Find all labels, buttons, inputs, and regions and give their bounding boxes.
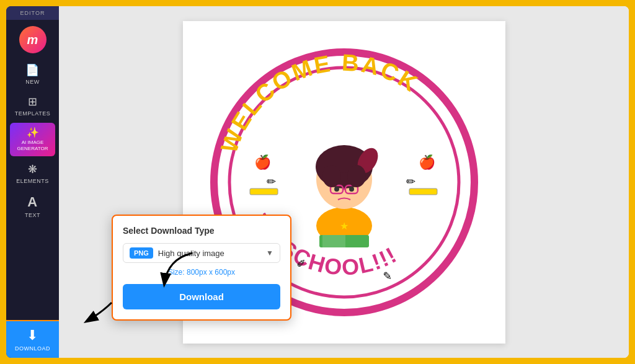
sidebar-item-new-label: NEW <box>25 79 40 85</box>
svg-text:✏: ✏ <box>406 175 415 188</box>
sidebar-item-text-label: TEXT <box>25 212 40 218</box>
templates-icon: ⊞ <box>28 95 38 109</box>
svg-rect-22 <box>250 189 278 195</box>
dropdown-arrow-icon[interactable]: ▼ <box>266 249 273 257</box>
arrow-to-popup <box>155 247 205 299</box>
sidebar: EDITOR m 📄 NEW ⊞ TEMPLATES ✨ AI IMAGEGEN… <box>6 6 59 358</box>
sidebar-download-label: DOWNLOAD <box>15 345 50 352</box>
svg-text:★: ★ <box>340 221 349 231</box>
arrow-to-download-btn <box>74 293 118 333</box>
sidebar-item-elements-label: ELEMENTS <box>16 178 49 184</box>
svg-point-19 <box>347 165 366 187</box>
sidebar-item-elements[interactable]: ❋ ELEMENTS <box>6 158 59 189</box>
svg-text:✏: ✏ <box>267 175 276 188</box>
sidebar-item-ai-label: AI IMAGEGENERATOR <box>17 140 48 153</box>
svg-text:🍎: 🍎 <box>419 154 436 171</box>
main-container: EDITOR m 📄 NEW ⊞ TEMPLATES ✨ AI IMAGEGEN… <box>6 6 629 358</box>
sidebar-header: EDITOR <box>6 6 59 20</box>
elements-icon: ❋ <box>28 162 38 176</box>
new-icon: 📄 <box>25 63 40 77</box>
sidebar-item-new[interactable]: 📄 NEW <box>6 58 59 90</box>
svg-point-15 <box>334 187 339 192</box>
format-badge: PNG <box>130 247 153 259</box>
svg-point-18 <box>322 165 341 187</box>
sidebar-item-templates[interactable]: ⊞ TEMPLATES <box>6 90 59 122</box>
text-icon: A <box>27 194 37 210</box>
ai-icon: ✨ <box>27 127 39 138</box>
download-sidebar-icon: ⬇ <box>27 327 38 344</box>
main-content: WELCOME BACK TO SCHOOL!!! <box>59 6 629 358</box>
sidebar-item-ai-image[interactable]: ✨ AI IMAGEGENERATOR <box>10 123 55 156</box>
sidebar-item-text[interactable]: A TEXT <box>6 189 59 223</box>
sidebar-download-button[interactable]: ⬇ DOWNLOAD <box>6 320 59 358</box>
download-popup-title: Select Download Type <box>123 226 280 236</box>
svg-point-16 <box>349 187 354 192</box>
svg-text:🍎: 🍎 <box>254 154 272 171</box>
sidebar-item-templates-label: TEMPLATES <box>15 110 50 117</box>
svg-rect-7 <box>322 235 345 247</box>
svg-rect-25 <box>409 189 437 195</box>
logo-button[interactable]: m <box>19 26 47 53</box>
